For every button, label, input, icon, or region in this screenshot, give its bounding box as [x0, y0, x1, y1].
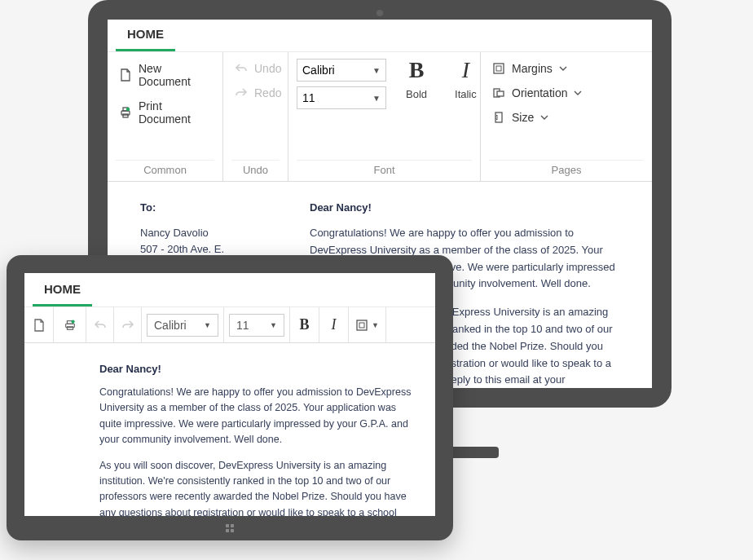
ribbon-overflow: [386, 307, 435, 342]
page-size-icon: [492, 111, 505, 124]
desktop-ribbon: New Document Print Document Common: [108, 52, 652, 182]
font-name-value: Calibri: [302, 64, 335, 77]
font-size-value: 11: [236, 319, 249, 332]
chevron-down-icon: [540, 111, 548, 124]
greeting: Dear Nancy!: [99, 363, 421, 375]
bold-glyph: B: [299, 316, 309, 333]
ribbon-group-pages-label: Pages: [489, 160, 644, 179]
svg-rect-8: [495, 112, 502, 122]
chevron-down-icon: ▼: [204, 321, 211, 329]
ribbon-group-undo: Undo Redo Undo: [223, 52, 288, 181]
redo-button[interactable]: [114, 307, 142, 342]
ribbon-group-pages: Margins Orientation Size: [481, 52, 652, 181]
to-name: Nancy Davolio: [140, 225, 271, 241]
tab-home[interactable]: HOME: [116, 20, 175, 51]
redo-icon: [235, 86, 248, 99]
ribbon-group-font-label: Font: [297, 160, 472, 179]
ribbon-group-font: Calibri ▼ 11 ▼ B Bold I Ita: [288, 52, 481, 181]
paragraph-2: As you will soon discover, DevExpress Un…: [99, 458, 421, 517]
svg-rect-4: [494, 64, 504, 73]
svg-rect-5: [496, 66, 501, 71]
size-label: Size: [512, 111, 534, 124]
svg-rect-13: [357, 320, 367, 330]
undo-icon: [93, 318, 107, 333]
new-document-icon: [119, 68, 132, 82]
font-name-combo[interactable]: Calibri ▼: [297, 59, 386, 82]
greeting: Dear Nancy!: [310, 201, 628, 214]
chevron-down-icon: ▼: [270, 321, 277, 329]
orientation-label: Orientation: [512, 86, 567, 99]
svg-rect-14: [359, 323, 364, 328]
font-size-combo[interactable]: 11 ▼: [297, 86, 386, 109]
redo-label: Redo: [254, 86, 281, 99]
svg-rect-18: [231, 529, 234, 532]
italic-glyph: I: [462, 59, 469, 82]
print-icon: [63, 318, 77, 333]
tablet-tabstrip: HOME: [24, 273, 435, 307]
redo-icon: [121, 318, 134, 333]
svg-rect-15: [226, 524, 229, 527]
undo-button[interactable]: Undo: [231, 59, 280, 78]
orientation-button[interactable]: Orientation: [489, 83, 644, 103]
bold-glyph: B: [409, 59, 425, 82]
margins-button[interactable]: ▼: [349, 307, 386, 342]
paragraph-1: Congratulations! We are happy to offer y…: [99, 385, 421, 448]
monitor-camera: [376, 10, 383, 16]
svg-rect-16: [231, 524, 234, 527]
ribbon-group-undo-label: Undo: [231, 160, 280, 179]
print-document-button[interactable]: [54, 307, 86, 342]
chevron-down-icon: [574, 86, 582, 99]
italic-glyph: I: [332, 316, 337, 333]
font-size-combo[interactable]: 11 ▼: [229, 314, 284, 337]
svg-rect-2: [123, 114, 128, 117]
chevron-down-icon: [559, 62, 567, 75]
redo-button[interactable]: Redo: [231, 83, 280, 103]
tablet-frame: HOME: [7, 255, 453, 540]
to-label: To:: [140, 201, 271, 214]
desktop-tabstrip: HOME: [108, 20, 652, 52]
new-document-icon: [32, 318, 46, 333]
margins-label: Margins: [512, 62, 553, 75]
print-icon: [119, 106, 132, 119]
margins-button[interactable]: Margins: [489, 59, 644, 78]
new-document-button[interactable]: [24, 307, 54, 342]
italic-button[interactable]: I: [319, 307, 349, 342]
italic-button[interactable]: I Italic: [447, 59, 485, 100]
bold-button[interactable]: B: [290, 307, 319, 342]
new-document-label: New Document: [139, 62, 211, 88]
undo-button[interactable]: [86, 307, 114, 342]
margins-icon: [492, 62, 505, 75]
svg-point-3: [126, 108, 130, 111]
chevron-down-icon: ▼: [372, 94, 381, 103]
italic-label: Italic: [455, 88, 477, 100]
chevron-down-icon: ▼: [372, 66, 381, 75]
bold-button[interactable]: B Bold: [398, 59, 435, 100]
svg-rect-7: [497, 91, 504, 96]
svg-rect-11: [67, 326, 73, 329]
tablet-home-button[interactable]: [224, 523, 236, 534]
ribbon-group-common-label: Common: [116, 160, 214, 179]
tab-home[interactable]: HOME: [33, 274, 92, 306]
size-button[interactable]: Size: [489, 108, 644, 127]
font-name-value: Calibri: [154, 319, 187, 332]
bold-label: Bold: [406, 88, 427, 100]
chevron-down-icon: ▼: [372, 321, 379, 329]
font-name-combo[interactable]: Calibri ▼: [147, 314, 218, 337]
print-document-button[interactable]: Print Document: [116, 96, 214, 129]
ribbon-group-common: New Document Print Document Common: [108, 52, 223, 181]
svg-rect-17: [226, 529, 229, 532]
tablet-ribbon: Calibri ▼ 11 ▼ B I ▼: [24, 307, 435, 343]
undo-label: Undo: [254, 62, 281, 75]
margins-icon: [355, 318, 368, 333]
svg-point-12: [71, 320, 74, 323]
print-document-label: Print Document: [139, 99, 211, 126]
font-size-value: 11: [302, 91, 315, 104]
orientation-icon: [492, 86, 505, 99]
new-document-button[interactable]: New Document: [116, 59, 214, 91]
tablet-document[interactable]: Dear Nancy! Congratulations! We are happ…: [24, 343, 435, 516]
tablet-screen: HOME: [24, 273, 435, 516]
undo-icon: [235, 62, 248, 75]
